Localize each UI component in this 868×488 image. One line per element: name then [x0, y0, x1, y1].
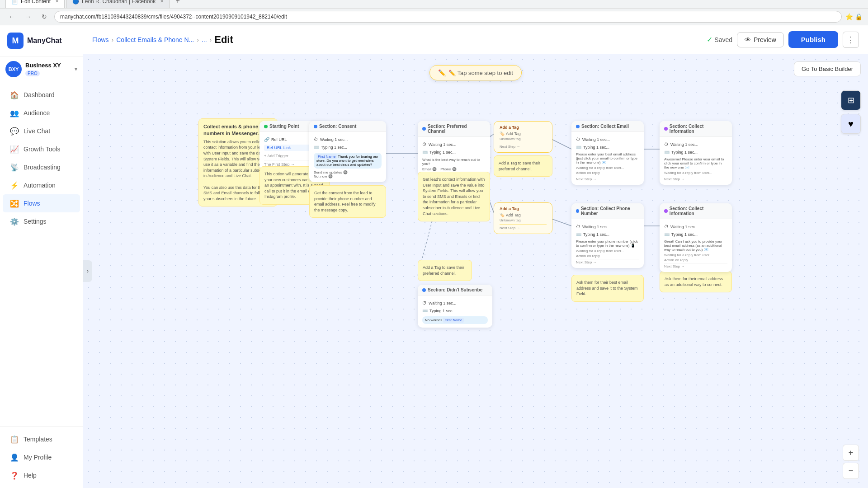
sidebar-item-growth[interactable]: 📈 Growth Tools [3, 140, 80, 158]
right-panel: ⊞ ♥ [841, 90, 861, 134]
main-content: Flows › Collect Emails & Phone N... › ..… [83, 25, 868, 488]
help-icon: ❓ [10, 471, 19, 480]
forward-button[interactable]: → [22, 10, 34, 23]
desc-body-9: Ask them for their email address as an a… [665, 276, 727, 287]
back-button[interactable]: ← [5, 10, 18, 23]
close-tab-icon[interactable]: ✕ [55, 0, 59, 4]
growth-icon: 📈 [10, 145, 19, 154]
breadcrumb-flows[interactable]: Flows [92, 36, 109, 43]
add-tag-node-2[interactable]: Add a Tag 🏷️ Add Tag Unknown tag Next St… [494, 202, 552, 234]
sidebar-item-label: Live Chat [24, 127, 50, 135]
desc-box-9[interactable]: Ask them for their email address as an a… [660, 271, 732, 292]
templates-icon: 📋 [10, 435, 19, 444]
pref-header: Section: Preferred Channel [418, 121, 490, 137]
top-bar-actions: ✓ Saved 👁 Preview Publish ⋮ [707, 31, 859, 48]
reload-button[interactable]: ↻ [38, 10, 51, 23]
sidebar-item-label: Growth Tools [24, 145, 60, 153]
sidebar-item-help[interactable]: ❓ Help [3, 466, 80, 484]
heart-button[interactable]: ♥ [841, 114, 861, 134]
collect-email-header: Section: Collect Email [571, 121, 644, 132]
collect-info-node-2[interactable]: Section: Collect Information ⏱Waiting 1 … [660, 203, 732, 272]
sidebar-collapse-button[interactable]: › [83, 260, 92, 282]
logo-icon: M [7, 33, 24, 49]
business-info: Business XY PRO [25, 62, 71, 77]
sidebar-item-templates[interactable]: 📋 Templates [3, 430, 80, 448]
fb-favicon: 🔵 [72, 0, 79, 5]
sidebar-item-automation[interactable]: ⚡ Automation [3, 176, 80, 194]
breadcrumb-sep1: › [112, 36, 114, 43]
tap-tooltip: ✏️ ✏️ Tap some step to edit [429, 65, 522, 80]
settings-icon: ⚙️ [10, 217, 19, 226]
consent-header: Section: Consent [309, 121, 386, 132]
add-tag-node-1[interactable]: Add a Tag 🏷️ Add Tag Unknown tag Next St… [494, 121, 552, 153]
business-selector[interactable]: BXY Business XY PRO ▾ [0, 56, 83, 82]
broadcast-icon: 📡 [10, 163, 19, 172]
breadcrumb-sep2: › [197, 36, 199, 43]
business-name: Business XY [25, 62, 71, 69]
desc-body-4: Get lead's contact information with User… [423, 177, 485, 216]
address-bar[interactable]: manychat.com/fb181039443240839/cms/files… [54, 11, 842, 23]
pro-badge: PRO [25, 70, 40, 76]
didnt-subscribe-node[interactable]: Section: Didn't Subscribe ⏱Waiting 1 sec… [418, 285, 492, 328]
pencil-icon: ✏️ [438, 69, 446, 76]
browser-chrome: 📄 Edit Content ✕ 🔵 Leon R. Chaudhari | F… [0, 0, 868, 25]
close-tab-2-icon[interactable]: ✕ [160, 0, 164, 4]
inactive-tab[interactable]: 🔵 Leon R. Chaudhari | Facebook ✕ [66, 0, 170, 8]
sidebar-item-flows[interactable]: 🔀 Flows [3, 194, 80, 212]
zoom-in-button[interactable]: + [843, 445, 859, 461]
logo[interactable]: M ManyChat [0, 25, 83, 56]
sidebar-item-myprofile[interactable]: 👤 My Profile [3, 448, 80, 466]
flows-icon: 🔀 [10, 199, 19, 208]
desc-box-7[interactable]: Ask them for their best email address an… [571, 275, 644, 302]
sidebar-item-label: Templates [24, 436, 52, 443]
desc-body-7: Ask them for their best email address an… [576, 280, 639, 297]
sidebar-item-settings[interactable]: ⚙️ Settings [3, 212, 80, 230]
sidebar-item-broadcasting[interactable]: 📡 Broadcasting [3, 158, 80, 176]
chevron-down-icon: ▾ [75, 66, 77, 72]
grid-view-button[interactable]: ⊞ [841, 90, 861, 110]
preview-icon: 👁 [745, 36, 751, 43]
desc-box-4[interactable]: Get lead's contact information with User… [418, 172, 490, 221]
preferred-channel-node[interactable]: Section: Preferred Channel ⏱Waiting 1 se… [418, 121, 490, 175]
automation-icon: ⚡ [10, 181, 19, 190]
breadcrumb-collect[interactable]: Collect Emails & Phone N... [116, 36, 194, 43]
active-tab[interactable]: 📄 Edit Content ✕ [5, 0, 65, 8]
collect-info-header-1: Section: Collect Information [660, 121, 732, 137]
top-bar: Flows › Collect Emails & Phone N... › ..… [83, 25, 868, 54]
collect-phone-node[interactable]: Section: Collect Phone Number ⏱Waiting 1… [571, 203, 644, 268]
breadcrumb-dots[interactable]: ... [202, 36, 207, 43]
sidebar-item-dashboard[interactable]: 🏠 Dashboard [3, 86, 80, 104]
sidebar-item-label: My Profile [24, 454, 52, 461]
breadcrumb: Flows › Collect Emails & Phone N... › ..… [92, 34, 233, 46]
sidebar-item-label: Broadcasting [24, 164, 61, 171]
tab-label-2: Leon R. Chaudhari | Facebook [82, 0, 156, 5]
logo-text: ManyChat [27, 37, 61, 45]
zoom-out-button[interactable]: − [843, 463, 859, 479]
sidebar-bottom: 📋 Templates 👤 My Profile ❓ Help [0, 426, 83, 488]
flow-canvas[interactable]: ✏️ ✏️ Tap some step to edit Go To Basic … [83, 54, 868, 488]
desc-box-3[interactable]: Get the consent from the lead to provide… [309, 185, 386, 218]
sidebar-item-livechat[interactable]: 💬 Live Chat [3, 122, 80, 140]
breadcrumb-edit: Edit [214, 34, 233, 46]
desc-box-5[interactable]: Add a Tag to save their preferred channe… [494, 155, 552, 177]
sidebar-item-label: Flows [24, 200, 40, 207]
sidebar: M ManyChat BXY Business XY PRO ▾ 🏠 Dashb… [0, 25, 83, 488]
collect-info-node-1[interactable]: Section: Collect Information ⏱Waiting 1 … [660, 121, 732, 185]
desc-box-6[interactable]: Add a Tag to save their preferred channe… [418, 260, 472, 281]
consent-node[interactable]: Section: Consent ⏱Waiting 1 sec... ⌨️Typ… [309, 121, 386, 182]
dashboard-icon: 🏠 [10, 90, 19, 99]
collect-email-node[interactable]: Section: Collect Email ⏱Waiting 1 sec...… [571, 121, 644, 185]
sidebar-item-label: Automation [24, 182, 56, 189]
publish-button[interactable]: Publish [788, 31, 838, 48]
desc-body-3: Get the consent from the lead to provide… [314, 190, 381, 213]
sidebar-item-audience[interactable]: 👥 Audience [3, 104, 80, 122]
new-tab-button[interactable]: + [171, 0, 184, 7]
more-options-button[interactable]: ⋮ [843, 32, 859, 48]
check-icon: ✓ [707, 35, 712, 44]
sidebar-nav: 🏠 Dashboard 👥 Audience 💬 Live Chat 📈 Gro… [0, 82, 83, 426]
zoom-controls: + − [843, 445, 859, 479]
preview-button[interactable]: 👁 Preview [737, 32, 784, 47]
sidebar-item-label: Help [24, 472, 37, 479]
sidebar-item-label: Dashboard [24, 91, 55, 99]
go-basic-button[interactable]: Go To Basic Builder [794, 61, 861, 76]
